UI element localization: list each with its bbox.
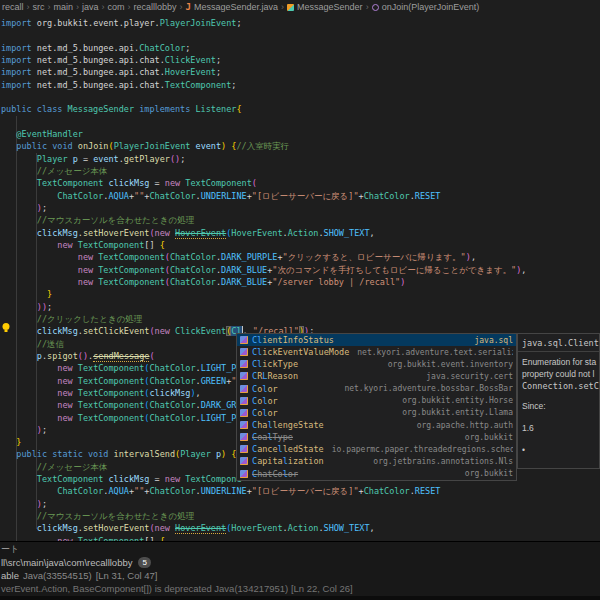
code-line: ); bbox=[1, 498, 600, 510]
code-line: ChatColor.AQUA+""+ChatColor.UNDERLINE+"[… bbox=[1, 485, 600, 497]
problem-row[interactable]: verEvent.Action, BaseComponent[]) is dep… bbox=[0, 582, 600, 595]
suggest-item-detail: io.papermc.paper.threadedregions.schedul… bbox=[324, 445, 513, 454]
class-icon bbox=[240, 348, 248, 356]
lightbulb-icon[interactable] bbox=[1, 322, 11, 333]
suggest-item-detail: org.apache.http.auth bbox=[409, 421, 513, 430]
breadcrumb-item[interactable]: onJoin(PlayerJoinEvent) bbox=[382, 2, 480, 12]
suggest-item[interactable]: Capitalizationorg.jetbrains.annotations.… bbox=[237, 455, 516, 467]
breadcrumb-separator: › bbox=[128, 2, 131, 12]
suggest-item[interactable]: Colororg.bukkit.entity.Llama bbox=[237, 407, 516, 419]
class-icon bbox=[240, 336, 248, 344]
suggest-item[interactable]: CancelledStateio.papermc.paper.threadedr… bbox=[237, 443, 516, 455]
class-icon bbox=[240, 360, 248, 368]
breadcrumb-separator: › bbox=[180, 2, 183, 12]
class-icon bbox=[287, 4, 294, 11]
breadcrumb-item[interactable]: com bbox=[108, 2, 125, 12]
breadcrumb-item[interactable]: recalllobby bbox=[134, 2, 177, 12]
breadcrumb-item[interactable]: recall bbox=[2, 2, 24, 12]
panel-tab-row: ート bbox=[0, 542, 600, 556]
suggest-item-detail: org.jetbrains.annotations.Nls bbox=[365, 457, 513, 466]
code-line bbox=[1, 29, 600, 41]
suggest-item[interactable]: CRLReasonjava.security.cert bbox=[237, 370, 516, 382]
suggest-item-label: ClickType bbox=[252, 359, 298, 369]
code-line: new TextComponent(ChatColor.DARK_PURPLE+… bbox=[1, 251, 600, 263]
breadcrumb: recall›src›main›java›com›recalllobby›JMe… bbox=[0, 0, 600, 14]
code-line: import net.md_5.bungee.api.chat.ClickEve… bbox=[1, 54, 600, 66]
suggest-item[interactable]: ChallengeStateorg.apache.http.auth bbox=[237, 419, 516, 431]
bottom-panel: ート ll\src\main\java\com\recalllobby5 abl… bbox=[0, 541, 600, 600]
suggest-item-label: ChatColor bbox=[252, 469, 298, 479]
breadcrumb-separator: › bbox=[281, 2, 284, 12]
problem-message: able bbox=[1, 570, 19, 581]
suggest-item-label: ClientInfoStatus bbox=[252, 335, 334, 345]
code-line: ChatColor.AQUA+""+ChatColor.UNDERLINE+"[… bbox=[1, 190, 600, 202]
code-line: ); bbox=[1, 202, 600, 214]
code-line: new TextComponent[] { bbox=[1, 239, 600, 251]
breadcrumb-separator: › bbox=[102, 2, 105, 12]
problem-row[interactable]: ableJava(33554515)[Ln 31, Col 47] bbox=[0, 569, 600, 582]
code-line: clickMsg.setHoverEvent(new HoverEvent(Ho… bbox=[1, 522, 600, 534]
suggest-item-detail: net.kyori.adventure.text.serializer… bbox=[349, 348, 513, 357]
problem-source: Java(33554515) bbox=[23, 570, 92, 581]
suggest-item-label: CRLReason bbox=[252, 371, 298, 381]
suggest-item[interactable]: Colororg.bukkit.entity.Horse bbox=[237, 395, 516, 407]
panel-bottom-strip bbox=[0, 596, 600, 600]
code-line: } bbox=[1, 288, 600, 300]
class-icon bbox=[240, 445, 248, 453]
suggest-item-detail: org.bukkit bbox=[457, 469, 513, 478]
suggest-item[interactable]: ClickTypeorg.bukkit.event.inventory bbox=[237, 358, 516, 370]
suggest-item-detail: org.bukkit.entity.Horse bbox=[394, 396, 513, 405]
method-icon bbox=[372, 4, 379, 11]
suggest-popup: ClientInfoStatusjava.sqlClickEventValueM… bbox=[236, 333, 517, 481]
code-line: import net.md_5.bungee.api.chat.HoverEve… bbox=[1, 66, 600, 78]
suggest-item[interactable]: CoalTypeorg.bukkit bbox=[237, 431, 516, 443]
suggest-item-label: CoalType bbox=[252, 432, 293, 442]
breadcrumb-item[interactable]: MessageSender.java bbox=[194, 2, 278, 12]
code-line: Player p = event.getPlayer(); bbox=[1, 153, 600, 165]
breadcrumb-separator: › bbox=[48, 2, 51, 12]
class-icon bbox=[240, 421, 248, 429]
suggest-item-label: Capitalization bbox=[252, 456, 324, 466]
breadcrumb-item[interactable]: java bbox=[82, 2, 99, 12]
class-icon bbox=[240, 372, 248, 380]
panel-tab-partial[interactable]: ート bbox=[1, 543, 19, 556]
suggest-item-label: Color bbox=[252, 384, 278, 394]
code-line: clickMsg.setHoverEvent(new HoverEvent(Ho… bbox=[1, 227, 600, 239]
suggest-item-label: Color bbox=[252, 408, 278, 418]
problems-group-path: ll\src\main\java\com\recalllobby bbox=[1, 557, 132, 568]
doc-description-line: Enumeration for sta bbox=[522, 356, 595, 368]
code-line: )); bbox=[1, 301, 600, 313]
doc-code-reference[interactable]: Connection.setC bbox=[522, 380, 595, 392]
problem-location: [Ln 31, Col 47] bbox=[96, 570, 158, 581]
doc-since-label: Since: bbox=[522, 400, 595, 412]
code-line: import net.md_5.bungee.api.chat.TextComp… bbox=[1, 79, 600, 91]
doc-panel: java.sql.ClientI Enumeration for sta pro… bbox=[517, 333, 600, 469]
code-line bbox=[1, 116, 600, 128]
code-line: new TextComponent(ChatColor.DARK_BLUE+"次… bbox=[1, 264, 600, 276]
code-line: TextComponent clickMsg = new TextCompone… bbox=[1, 177, 600, 189]
suggest-item[interactable]: ClientInfoStatusjava.sql bbox=[237, 334, 516, 346]
class-icon bbox=[240, 409, 248, 417]
code-line: import net.md_5.bungee.api.ChatColor; bbox=[1, 42, 600, 54]
suggest-item[interactable]: Colornet.kyori.adventure.bossbar.BossBar bbox=[237, 383, 516, 395]
problems-group-row[interactable]: ll\src\main\java\com\recalllobby5 bbox=[0, 556, 600, 569]
breadcrumb-separator: › bbox=[366, 2, 369, 12]
breadcrumb-separator: › bbox=[27, 2, 30, 12]
suggest-item-detail: java.sql bbox=[466, 336, 513, 345]
suggest-item[interactable]: ClickEventValueModenet.kyori.adventure.t… bbox=[237, 346, 516, 358]
breadcrumb-item[interactable]: main bbox=[54, 2, 74, 12]
class-icon bbox=[240, 457, 248, 465]
code-line: public void onJoin(PlayerJoinEvent event… bbox=[1, 140, 600, 152]
class-icon bbox=[240, 470, 248, 478]
suggest-item-detail: org.bukkit.entity.Llama bbox=[394, 408, 513, 417]
suggest-item[interactable]: ChatColororg.bukkit bbox=[237, 468, 516, 480]
code-line: //クリックしたときの処理 bbox=[1, 313, 600, 325]
breadcrumb-item[interactable]: src bbox=[33, 2, 45, 12]
suggest-item-detail: java.security.cert bbox=[418, 372, 513, 381]
class-icon bbox=[240, 385, 248, 393]
breadcrumb-item[interactable]: MessageSender bbox=[297, 2, 363, 12]
doc-header: java.sql.ClientI bbox=[518, 334, 599, 352]
suggest-item-label: CancelledState bbox=[252, 444, 324, 454]
suggest-item-label: ClickEventValueMode bbox=[252, 347, 349, 357]
suggest-item-detail: net.kyori.adventure.bossbar.BossBar bbox=[336, 384, 513, 393]
